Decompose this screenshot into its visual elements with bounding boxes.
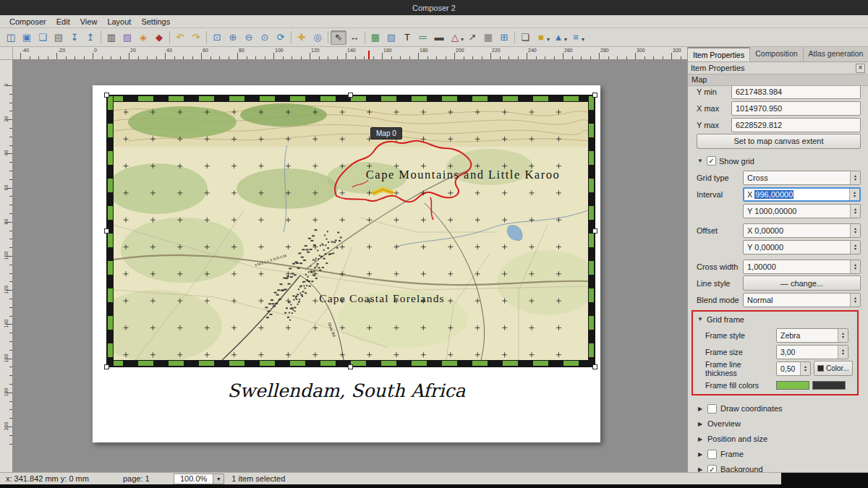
align-items-icon-menu[interactable]: ▾: [582, 36, 584, 43]
save-project-icon[interactable]: ◫: [3, 30, 19, 45]
add-scalebar-icon[interactable]: ▬: [431, 30, 447, 45]
menu-view[interactable]: View: [75, 17, 103, 27]
set-extent-button[interactable]: Set to map canvas extent: [697, 134, 861, 149]
add-table-icon[interactable]: ▦: [480, 30, 496, 45]
composition-canvas[interactable]: Cape Mountains and Little Karoo Cape Coa…: [13, 60, 687, 472]
redo-icon[interactable]: ↷: [188, 30, 204, 45]
y-max-input[interactable]: 6228529.812: [731, 118, 861, 132]
combo-arrows-icon[interactable]: ▴▾: [838, 329, 848, 342]
resize-handle-w[interactable]: [104, 228, 109, 234]
print-icon[interactable]: ▥: [103, 30, 119, 45]
refresh-view-icon[interactable]: ⟳: [273, 30, 289, 45]
add-shape-icon-menu[interactable]: ▾: [461, 36, 464, 43]
save-template-icon[interactable]: ↥: [82, 30, 98, 45]
map-item[interactable]: Cape Mountains and Little Karoo Cape Coa…: [107, 95, 595, 367]
section-position-and-size[interactable]: ▶Position and size: [697, 432, 861, 446]
spin-arrows-icon[interactable]: ▴▾: [850, 224, 860, 237]
tab-item-properties[interactable]: Item Properties: [688, 47, 750, 61]
expand-arrow-icon[interactable]: ▶: [697, 451, 704, 458]
resize-handle-s[interactable]: [348, 364, 353, 369]
zoom-full-icon[interactable]: ⊡: [209, 30, 225, 45]
map-content[interactable]: Cape Mountains and Little Karoo Cape Coa…: [114, 102, 588, 360]
zoom-in-icon[interactable]: ⊕: [225, 30, 241, 45]
composer-manager-icon[interactable]: ▤: [51, 30, 67, 45]
select-move-item-icon[interactable]: ⇖: [331, 30, 346, 45]
load-template-icon[interactable]: ↧: [67, 30, 82, 45]
duplicate-composer-icon[interactable]: ❏: [35, 30, 51, 45]
spin-arrows-icon[interactable]: ▴▾: [850, 260, 860, 273]
section-overview[interactable]: ▶Overview: [697, 416, 861, 431]
y-min-input[interactable]: 6217483.984: [731, 86, 861, 99]
section-draw-coordinates[interactable]: ▶Draw coordinates: [697, 401, 861, 416]
add-image-icon[interactable]: ▧: [383, 30, 399, 45]
frame-size-input[interactable]: 3,00 ▴▾: [776, 345, 848, 359]
frame-color-button[interactable]: Color...: [814, 361, 853, 376]
add-map-icon[interactable]: ▦: [367, 30, 383, 45]
collapse-arrow-icon[interactable]: ▼: [697, 158, 704, 164]
line-style-change-button[interactable]: — change...: [743, 275, 861, 291]
offset-x-input[interactable]: X 0,00000 ▴▾: [743, 223, 861, 238]
zoom-out-icon[interactable]: ⊖: [241, 30, 257, 45]
menu-layout[interactable]: Layout: [102, 17, 136, 27]
undo-icon[interactable]: ↶: [172, 30, 188, 45]
cross-width-input[interactable]: 1,00000 ▴▾: [743, 260, 861, 274]
composition-page[interactable]: Cape Mountains and Little Karoo Cape Coa…: [93, 85, 600, 442]
resize-handle-nw[interactable]: [104, 93, 109, 98]
menu-settings[interactable]: Settings: [136, 17, 175, 27]
combo-arrows-icon[interactable]: ▴▾: [850, 294, 860, 307]
add-arrow-icon[interactable]: ↗: [464, 30, 480, 45]
spin-arrows-icon[interactable]: ▴▾: [800, 362, 810, 375]
grid-type-combo[interactable]: Cross ▴▾: [743, 171, 861, 185]
expand-arrow-icon[interactable]: ▶: [697, 466, 704, 473]
export-pdf-icon[interactable]: ◆: [151, 30, 167, 45]
menu-edit[interactable]: Edit: [51, 17, 75, 27]
move-item-content-icon[interactable]: ↔: [346, 30, 362, 45]
page-title-label[interactable]: Swellendam, South Africa: [93, 380, 600, 401]
expand-arrow-icon[interactable]: ▶: [697, 436, 704, 442]
zoom-value[interactable]: 100.0%: [174, 474, 213, 484]
raise-items-icon-menu[interactable]: ▾: [564, 36, 567, 43]
add-html-icon[interactable]: ⊞: [496, 30, 512, 45]
tab-composition[interactable]: Composition: [750, 47, 803, 61]
export-image-icon[interactable]: ▨: [119, 30, 135, 45]
checkbox[interactable]: [707, 404, 717, 414]
combo-arrows-icon[interactable]: ▴▾: [850, 171, 860, 184]
blend-mode-combo[interactable]: Normal ▴▾: [743, 293, 861, 307]
tab-atlas-generation[interactable]: Atlas generation: [804, 47, 868, 61]
frame-style-combo[interactable]: Zebra ▴▾: [776, 328, 848, 343]
frame-line-thickness-input[interactable]: 0,50 ▴▾: [776, 361, 811, 376]
export-svg-icon[interactable]: ◈: [135, 30, 151, 45]
section-background[interactable]: ▶Background: [697, 462, 861, 472]
checkbox[interactable]: [707, 450, 717, 459]
grid-frame-header[interactable]: ▼ Grid frame: [697, 312, 861, 326]
spin-arrows-icon[interactable]: ▴▾: [838, 346, 848, 359]
resize-handle-n[interactable]: [348, 93, 353, 98]
frame-fill-dark-swatch[interactable]: [812, 381, 846, 390]
section-frame[interactable]: ▶Frame: [697, 447, 861, 461]
menu-composer[interactable]: Composer: [4, 17, 51, 27]
group-items-icon[interactable]: ❏: [517, 30, 533, 45]
resize-handle-ne[interactable]: [592, 93, 597, 98]
lock-items-icon-menu[interactable]: ▾: [547, 36, 550, 43]
expand-arrow-icon[interactable]: ▶: [697, 421, 704, 427]
resize-handle-sw[interactable]: [104, 364, 109, 369]
pan-icon[interactable]: ✚: [294, 30, 310, 45]
show-grid-checkbox[interactable]: [707, 156, 716, 166]
new-composer-icon[interactable]: ▣: [19, 30, 35, 45]
offset-y-input[interactable]: Y 0,00000 ▴▾: [743, 240, 861, 254]
spin-arrows-icon[interactable]: ▴▾: [850, 241, 860, 254]
interval-x-input[interactable]: X 996,00000 ▴▾: [743, 187, 861, 202]
add-legend-icon[interactable]: ≔: [415, 30, 431, 45]
checkbox[interactable]: [707, 465, 717, 473]
frame-fill-green-swatch[interactable]: [776, 381, 809, 390]
close-icon[interactable]: ×: [856, 64, 865, 73]
x-max-input[interactable]: 1014970.950: [731, 101, 861, 116]
resize-handle-se[interactable]: [592, 364, 597, 369]
add-label-icon[interactable]: T: [399, 30, 415, 45]
zoom-combo[interactable]: 100.0% ▼: [174, 474, 224, 484]
map-group-header[interactable]: Map: [688, 74, 868, 86]
zoom-actual-icon[interactable]: ⊙: [257, 30, 273, 45]
spin-arrows-icon[interactable]: ▴▾: [849, 189, 859, 200]
spin-arrows-icon[interactable]: ▴▾: [850, 205, 860, 218]
interval-y-input[interactable]: Y 1000,00000 ▴▾: [743, 204, 861, 218]
